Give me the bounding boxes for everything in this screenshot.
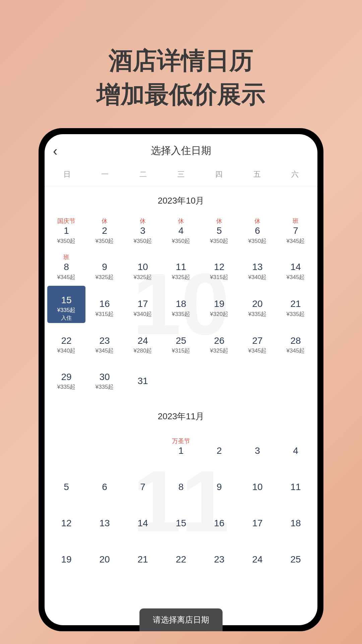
weekday-label: 五: [238, 169, 276, 179]
day-number: 8: [64, 261, 69, 273]
day-cell[interactable]: 17: [238, 501, 277, 538]
back-icon[interactable]: ‹: [53, 144, 57, 158]
day-cell[interactable]: 19: [47, 538, 85, 574]
day-checkin-label: 入住: [61, 315, 72, 322]
day-cell[interactable]: 17¥340起: [124, 286, 162, 323]
day-cell[interactable]: 25¥315起: [162, 323, 200, 359]
day-cell[interactable]: 18: [277, 501, 315, 538]
day-cell[interactable]: 13: [85, 501, 124, 538]
day-cell[interactable]: 23¥345起: [85, 323, 124, 359]
day-cell[interactable]: 休3¥350起: [124, 213, 162, 250]
day-cell[interactable]: 5: [47, 465, 85, 501]
checkout-prompt-banner: 请选择离店日期: [139, 608, 223, 625]
day-cell[interactable]: 12: [47, 501, 85, 538]
day-price: ¥335起: [287, 310, 305, 318]
day-cell[interactable]: 6: [85, 465, 124, 501]
day-cell[interactable]: 22: [162, 538, 200, 574]
day-cell[interactable]: 休5¥350起: [200, 213, 238, 250]
day-cell[interactable]: 23: [200, 538, 238, 574]
day-number: 1: [64, 225, 69, 236]
day-holiday-label: 班: [63, 254, 69, 261]
day-number: 22: [61, 335, 71, 346]
day-number: 22: [176, 554, 186, 565]
day-cell[interactable]: 9¥325起: [85, 250, 124, 286]
day-number: 16: [214, 518, 224, 529]
day-cell[interactable]: 20: [85, 538, 124, 574]
day-number: 17: [252, 518, 262, 529]
day-number: 7: [140, 481, 145, 493]
weekday-row: 日一二三四五六: [45, 164, 317, 186]
day-cell[interactable]: 15: [162, 501, 200, 538]
day-cell[interactable]: 9: [200, 465, 238, 501]
day-cell[interactable]: 班8¥345起: [47, 250, 85, 286]
day-price: ¥340起: [248, 273, 267, 281]
day-cell[interactable]: 19¥320起: [200, 286, 238, 323]
day-cell[interactable]: 28¥345起: [277, 323, 315, 359]
day-cell[interactable]: 21¥335起: [277, 286, 315, 323]
day-price: ¥325起: [172, 273, 190, 281]
day-number: 18: [176, 298, 186, 310]
day-price: ¥350起: [134, 237, 152, 245]
day-cell[interactable]: 休6¥350起: [238, 213, 277, 250]
day-number: 10: [252, 481, 262, 493]
day-cell[interactable]: 4: [277, 429, 315, 465]
day-cell[interactable]: 11¥325起: [162, 250, 200, 286]
day-cell[interactable]: 16: [200, 501, 238, 538]
day-cell[interactable]: 10¥325起: [124, 250, 162, 286]
calendar-scroll[interactable]: 102023年10月国庆节1¥350起休2¥350起休3¥350起休4¥350起…: [45, 186, 317, 625]
month-title: 2023年11月: [45, 402, 317, 429]
day-number: 7: [293, 225, 298, 236]
day-cell[interactable]: 国庆节1¥350起: [47, 213, 85, 250]
day-cell[interactable]: 21: [124, 538, 162, 574]
day-price: ¥345起: [248, 347, 267, 355]
day-number: 27: [252, 335, 262, 346]
day-cell[interactable]: 10: [238, 465, 277, 501]
day-number: 10: [137, 261, 148, 273]
day-cell[interactable]: 22¥340起: [47, 323, 85, 359]
day-number: 19: [214, 298, 224, 310]
day-cell[interactable]: 14¥345起: [277, 250, 315, 286]
day-number: 23: [214, 554, 224, 565]
day-cell[interactable]: 休4¥350起: [162, 213, 200, 250]
day-cell[interactable]: 班7¥345起: [277, 213, 315, 250]
day-cell[interactable]: 18¥335起: [162, 286, 200, 323]
day-cell[interactable]: 3: [238, 429, 277, 465]
day-price: ¥340起: [57, 347, 76, 355]
day-number: 23: [99, 335, 110, 346]
day-cell[interactable]: 2: [200, 429, 238, 465]
day-cell[interactable]: 15¥335起入住: [47, 286, 85, 323]
day-number: 19: [61, 554, 71, 565]
day-price: ¥335起: [248, 310, 267, 318]
day-price: ¥350起: [96, 237, 114, 245]
day-cell[interactable]: 24¥280起: [124, 323, 162, 359]
day-number: 4: [178, 225, 184, 236]
day-cell[interactable]: 14: [124, 501, 162, 538]
day-cell[interactable]: 24: [238, 538, 277, 574]
weekday-label: 三: [162, 169, 200, 179]
day-price: ¥325起: [96, 273, 114, 281]
day-cell[interactable]: 休2¥350起: [85, 213, 124, 250]
day-cell[interactable]: 万圣节1: [162, 429, 200, 465]
day-number: 25: [290, 554, 301, 565]
day-cell[interactable]: 27¥345起: [238, 323, 277, 359]
day-cell[interactable]: 16¥315起: [85, 286, 124, 323]
day-number: 15: [176, 518, 186, 529]
day-cell[interactable]: 26¥325起: [200, 323, 238, 359]
day-cell[interactable]: 20¥335起: [238, 286, 277, 323]
day-cell[interactable]: 31: [124, 359, 162, 395]
day-cell[interactable]: 30¥335起: [85, 359, 124, 395]
promo-title-line2: 增加最低价展示: [0, 77, 362, 111]
day-cell[interactable]: 7: [124, 465, 162, 501]
day-cell[interactable]: 8: [162, 465, 200, 501]
day-cell[interactable]: 29¥335起: [47, 359, 85, 395]
day-cell[interactable]: 11: [277, 465, 315, 501]
day-number: 28: [290, 335, 301, 346]
day-number: 9: [102, 261, 107, 273]
day-number: 4: [293, 445, 298, 457]
day-price: ¥345起: [96, 347, 114, 355]
day-cell[interactable]: 25: [277, 538, 315, 574]
day-number: 15: [61, 294, 71, 306]
day-cell[interactable]: 13¥340起: [238, 250, 277, 286]
weekday-label: 二: [124, 169, 162, 179]
day-cell[interactable]: 12¥315起: [200, 250, 238, 286]
